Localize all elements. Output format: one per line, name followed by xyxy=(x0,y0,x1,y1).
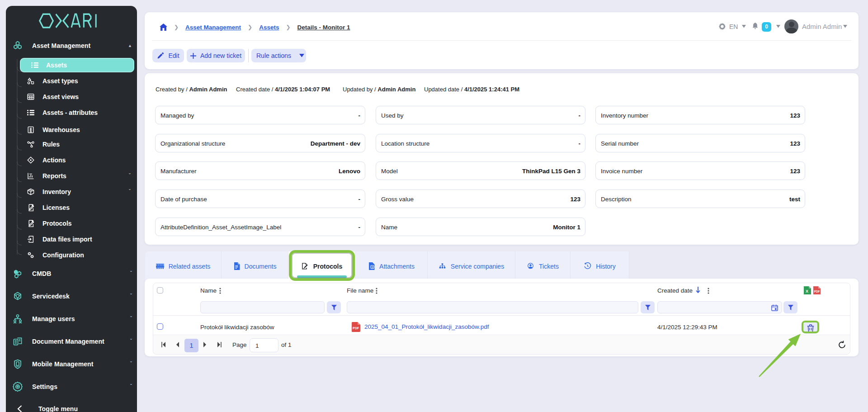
svg-text:X: X xyxy=(806,289,808,294)
svg-text:PDF: PDF xyxy=(353,327,359,330)
svg-text:PDF: PDF xyxy=(814,290,820,293)
